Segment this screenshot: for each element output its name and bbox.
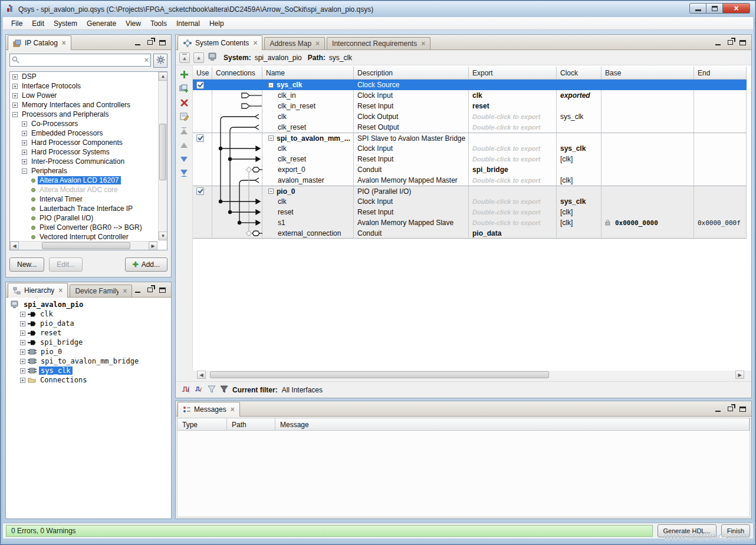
tree-item-pio-parallel-i-o-[interactable]: PIO (Parallel I/O) bbox=[10, 213, 157, 223]
cell[interactable] bbox=[557, 101, 601, 111]
tree-item-embedded-processors[interactable]: +Embedded Processors bbox=[10, 128, 157, 138]
use-checkbox[interactable] bbox=[196, 134, 204, 142]
scroll-down-icon[interactable]: ▼ bbox=[159, 232, 167, 240]
cell[interactable] bbox=[212, 111, 262, 122]
cell[interactable]: Double-click to export bbox=[469, 122, 557, 133]
tree-item-spi-avalon-pio[interactable]: spi_avalon_pio bbox=[8, 300, 171, 309]
export-value[interactable]: Double-click to export bbox=[472, 177, 541, 184]
search-input[interactable] bbox=[9, 54, 151, 67]
scroll-left-icon[interactable]: ◀ bbox=[197, 371, 206, 379]
column-header-end[interactable]: End bbox=[694, 67, 747, 79]
cell[interactable]: spi_bridge bbox=[469, 164, 557, 175]
expand-icon[interactable]: + bbox=[22, 159, 27, 164]
cell[interactable] bbox=[193, 196, 212, 207]
cell[interactable]: [clk] bbox=[557, 217, 601, 228]
table-horizontal-scrollbar[interactable]: ◀ ▶ bbox=[197, 371, 744, 379]
collapse-icon[interactable]: − bbox=[268, 189, 274, 194]
cell[interactable] bbox=[601, 196, 694, 207]
module-row[interactable]: −spi_to_avalon_mm_...SPI Slave to Avalon… bbox=[193, 133, 747, 143]
tab-ip-catalog[interactable]: IP Catalog× bbox=[8, 35, 71, 50]
cell[interactable] bbox=[601, 175, 694, 186]
tree-item-pixel-converter-bgr0-bgr-[interactable]: Pixel Converter (BGR0 --> BGR) bbox=[10, 223, 157, 232]
cell[interactable]: Double-click to export bbox=[469, 217, 557, 228]
filter-remove-button[interactable] bbox=[220, 385, 228, 395]
clock-value[interactable]: exported bbox=[560, 91, 590, 100]
cell[interactable] bbox=[193, 175, 212, 186]
column-header-description[interactable]: Description bbox=[354, 67, 469, 79]
messages-column-path[interactable]: Path bbox=[227, 418, 275, 430]
cell[interactable] bbox=[212, 175, 262, 186]
panel-maximize-button[interactable] bbox=[159, 39, 166, 46]
menu-item-internal[interactable]: Internal bbox=[172, 18, 205, 29]
cell[interactable]: Double-click to export bbox=[469, 196, 557, 207]
cell[interactable] bbox=[601, 80, 694, 90]
close-button[interactable]: × bbox=[723, 3, 750, 14]
cell[interactable]: Avalon Memory Mapped Slave bbox=[354, 217, 469, 228]
cell[interactable] bbox=[193, 217, 212, 228]
tab-interconnect-requirements[interactable]: Interconnect Requirements× bbox=[327, 37, 430, 49]
expand-icon[interactable]: + bbox=[20, 378, 25, 383]
cell[interactable] bbox=[212, 154, 262, 164]
clock-signal-button[interactable] bbox=[182, 385, 190, 395]
panel-float-button[interactable] bbox=[146, 286, 154, 293]
menu-item-tools[interactable]: Tools bbox=[146, 18, 172, 29]
cell[interactable] bbox=[212, 207, 262, 217]
duplicate-button[interactable] bbox=[179, 83, 190, 94]
move-to-top-button[interactable]: ▲ bbox=[179, 52, 190, 63]
cell[interactable]: clk_reset bbox=[262, 122, 354, 133]
cell[interactable]: [clk] bbox=[557, 175, 601, 186]
expand-icon[interactable]: + bbox=[20, 359, 25, 364]
tab-messages[interactable]: Messages× bbox=[178, 402, 240, 417]
ip-tree-horizontal-scrollbar[interactable]: ◀ ▶ bbox=[10, 241, 157, 250]
interface-row[interactable]: clk_inClock Inputclkexported bbox=[193, 90, 747, 101]
export-value[interactable]: Double-click to export bbox=[472, 219, 541, 226]
cell[interactable] bbox=[694, 101, 747, 111]
tree-item-sys-clk[interactable]: +sys_clk bbox=[8, 366, 171, 375]
menu-item-system[interactable]: System bbox=[49, 18, 82, 29]
export-value[interactable]: Double-click to export bbox=[472, 198, 541, 205]
tree-item-peripherals[interactable]: −Peripherals bbox=[10, 166, 157, 176]
move-down-button[interactable] bbox=[179, 154, 190, 164]
interface-row[interactable]: export_0Conduitspi_bridge bbox=[193, 164, 747, 175]
remove-button[interactable] bbox=[179, 97, 190, 108]
scrollbar-thumb[interactable] bbox=[42, 242, 130, 249]
cell[interactable]: Clock Source bbox=[354, 80, 469, 90]
cell[interactable] bbox=[212, 90, 262, 101]
expand-icon[interactable]: + bbox=[12, 93, 18, 98]
cell[interactable] bbox=[212, 228, 262, 239]
clock-value[interactable]: sys_clk bbox=[560, 144, 586, 153]
cell[interactable] bbox=[601, 143, 694, 154]
tree-item-hard-processor-components[interactable]: +Hard Processor Components bbox=[10, 138, 157, 147]
use-checkbox[interactable] bbox=[196, 81, 204, 89]
tab-close-icon[interactable]: × bbox=[231, 405, 235, 414]
cell[interactable]: Avalon Memory Mapped Master bbox=[354, 175, 469, 186]
scrollbar-thumb[interactable] bbox=[210, 371, 549, 378]
export-value[interactable]: clk bbox=[472, 91, 482, 100]
interface-row[interactable]: resetReset InputDouble-click to export[c… bbox=[193, 207, 747, 217]
cell[interactable] bbox=[469, 186, 557, 196]
cell[interactable]: clk bbox=[262, 196, 354, 207]
cell[interactable]: Reset Input bbox=[354, 101, 469, 111]
move-bottom-button[interactable] bbox=[179, 168, 190, 179]
clock-value[interactable]: sys_clk bbox=[560, 197, 586, 206]
cell[interactable] bbox=[601, 122, 694, 133]
cell[interactable]: reset bbox=[469, 101, 557, 111]
tab-address-map[interactable]: Address Map× bbox=[264, 37, 325, 49]
menu-item-view[interactable]: View bbox=[121, 18, 146, 29]
tab-hierarchy[interactable]: Hierarchy× bbox=[8, 283, 68, 298]
export-value[interactable]: Double-click to export bbox=[472, 145, 541, 152]
menu-item-help[interactable]: Help bbox=[205, 18, 229, 29]
tree-item-connections[interactable]: +Connections bbox=[8, 375, 171, 385]
export-value[interactable]: spi_bridge bbox=[472, 166, 508, 174]
export-value[interactable]: Double-click to export bbox=[472, 156, 541, 163]
cell[interactable]: PIO (Parallel I/O) bbox=[354, 186, 469, 196]
cell[interactable] bbox=[212, 196, 262, 207]
cell[interactable]: clk_in_reset bbox=[262, 101, 354, 111]
cell[interactable]: Clock Input bbox=[354, 90, 469, 101]
tab-close-icon[interactable]: × bbox=[315, 39, 320, 48]
expand-icon[interactable]: + bbox=[20, 349, 25, 355]
expand-icon[interactable]: + bbox=[12, 74, 18, 80]
column-header-use[interactable]: Use bbox=[193, 67, 212, 79]
cell[interactable]: Double-click to export bbox=[469, 207, 557, 217]
cell[interactable]: Clock Output bbox=[354, 111, 469, 122]
